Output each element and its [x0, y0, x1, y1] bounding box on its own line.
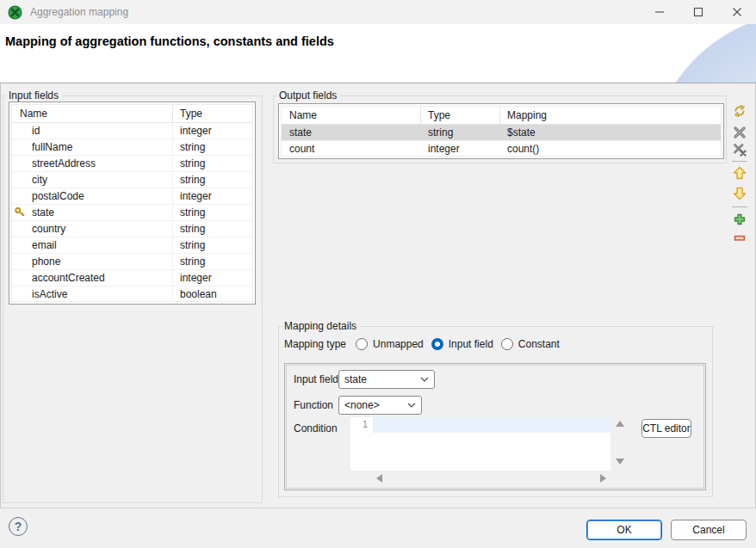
field-type: string: [180, 141, 205, 153]
input-table-row[interactable]: postalCode integer: [12, 188, 252, 205]
field-name: accountCreated: [32, 272, 105, 284]
aggregation-mapping-dialog: Aggregation mapping Mapping of aggregati…: [0, 0, 756, 548]
mapping-type-row: Mapping type Unmapped Input field Consta…: [284, 336, 560, 353]
input-table-row[interactable]: city string: [12, 172, 252, 188]
radio-icon: [431, 338, 443, 350]
input-table-row[interactable]: phone string: [12, 254, 252, 270]
minimize-icon: [654, 7, 665, 17]
field-type: boolean: [180, 288, 217, 300]
field-type: string: [180, 206, 205, 219]
condition-current-line[interactable]: [373, 417, 610, 433]
field-name: id: [32, 125, 40, 137]
field-type: integer: [180, 125, 212, 137]
output-column-header-type[interactable]: Type: [421, 107, 500, 124]
ctl-editor-button[interactable]: CTL editor: [641, 419, 691, 438]
page-title: Mapping of aggregation functions, consta…: [5, 34, 334, 48]
mapping-details-panel: Input field state Function <none> Condit…: [284, 363, 706, 490]
function-combo-value: <none>: [344, 399, 407, 411]
field-name: count: [289, 143, 314, 155]
condition-line-number-gutter: 1: [350, 417, 373, 471]
toolbar-separator: [732, 161, 747, 162]
field-type: string: [428, 126, 453, 139]
close-button[interactable]: [717, 0, 756, 24]
line-number: 1: [362, 419, 368, 430]
input-table-row[interactable]: streetAddress string: [12, 156, 252, 172]
scroll-right-arrow[interactable]: [600, 474, 606, 483]
ok-button[interactable]: OK: [586, 520, 662, 540]
chevron-down-icon: [420, 377, 429, 382]
radio-label: Unmapped: [373, 338, 424, 350]
delete-all-icon[interactable]: [733, 143, 747, 157]
maximize-icon: [693, 7, 703, 17]
field-type: string: [180, 174, 205, 186]
input-field-combo[interactable]: state: [338, 370, 435, 389]
scroll-left-arrow[interactable]: [376, 474, 382, 483]
output-table-body: state string $state count integer count(…: [282, 125, 721, 157]
field-name: streetAddress: [32, 157, 96, 169]
field-type: string: [180, 239, 205, 251]
move-up-icon[interactable]: [733, 166, 747, 180]
condition-label: Condition: [294, 422, 338, 434]
maximize-button[interactable]: [679, 0, 717, 24]
output-fields-table: Name Type Mapping state string $state co…: [278, 103, 724, 159]
field-name: phone: [32, 256, 60, 268]
output-column-header-mapping[interactable]: Mapping: [500, 107, 721, 124]
mapping-type-radio-constant[interactable]: Constant: [501, 338, 560, 350]
radio-label: Input field: [449, 338, 493, 350]
condition-editor[interactable]: [373, 417, 610, 471]
cancel-button[interactable]: Cancel: [671, 520, 747, 540]
field-type: string: [180, 256, 205, 268]
output-table-header: Name Type Mapping: [282, 107, 721, 125]
scroll-up-arrow[interactable]: [616, 421, 624, 427]
input-field-label: Input field: [294, 373, 338, 385]
input-table-body: id integer fullName string streetAddress…: [12, 123, 252, 302]
input-table-row[interactable]: accountCreated integer: [12, 270, 252, 286]
input-table-row[interactable]: country string: [12, 221, 252, 237]
field-type: string: [180, 157, 205, 169]
mapping-details-group-label: Mapping details: [282, 320, 360, 332]
window-title: Aggregation mapping: [30, 6, 128, 18]
toolbar-separator: [732, 206, 747, 207]
button-bar: ? OK Cancel: [0, 508, 756, 548]
function-combo[interactable]: <none>: [338, 396, 422, 415]
input-table-row[interactable]: state string: [12, 205, 252, 221]
radio-icon: [356, 338, 368, 350]
input-fields-group-label: Input fields: [7, 89, 62, 102]
field-name: city: [32, 174, 47, 186]
input-table-row[interactable]: id integer: [12, 123, 252, 139]
field-name: email: [32, 239, 57, 251]
input-column-header-name[interactable]: Name: [12, 105, 173, 122]
mapping-type-radio-input-field[interactable]: Input field: [431, 338, 493, 350]
output-column-header-name[interactable]: Name: [282, 107, 421, 124]
remove-field-icon[interactable]: [733, 231, 747, 245]
output-table-row[interactable]: state string $state: [282, 125, 721, 141]
radio-label: Constant: [518, 338, 560, 350]
dialog-banner: Mapping of aggregation functions, consta…: [0, 24, 756, 83]
mapping-type-radio-unmapped[interactable]: Unmapped: [356, 338, 424, 350]
key-icon: [14, 206, 26, 219]
output-table-row[interactable]: count integer count(): [282, 141, 721, 157]
input-table-row[interactable]: fullName string: [12, 139, 252, 156]
field-type: integer: [180, 272, 212, 284]
input-column-header-type[interactable]: Type: [173, 105, 252, 122]
field-name: postalCode: [32, 190, 84, 202]
mapping-type-label: Mapping type: [284, 338, 346, 350]
minimize-button[interactable]: [640, 0, 679, 24]
input-field-combo-value: state: [344, 373, 420, 385]
field-name: isActive: [32, 288, 67, 300]
clover-app-icon: [8, 5, 22, 20]
help-button[interactable]: ?: [9, 517, 28, 536]
auto-map-icon[interactable]: [733, 104, 747, 118]
field-mapping: count(): [507, 143, 539, 155]
field-type: string: [180, 223, 205, 235]
add-field-icon[interactable]: [733, 212, 747, 226]
scroll-down-arrow[interactable]: [616, 459, 624, 465]
input-table-row[interactable]: isActive boolean: [12, 286, 252, 302]
field-type: integer: [180, 190, 212, 202]
delete-icon[interactable]: [733, 126, 747, 139]
titlebar: Aggregation mapping: [0, 0, 756, 24]
input-table-row[interactable]: email string: [12, 237, 252, 254]
field-type: integer: [428, 143, 460, 155]
banner-decoration: [549, 24, 756, 83]
move-down-icon[interactable]: [733, 187, 747, 200]
